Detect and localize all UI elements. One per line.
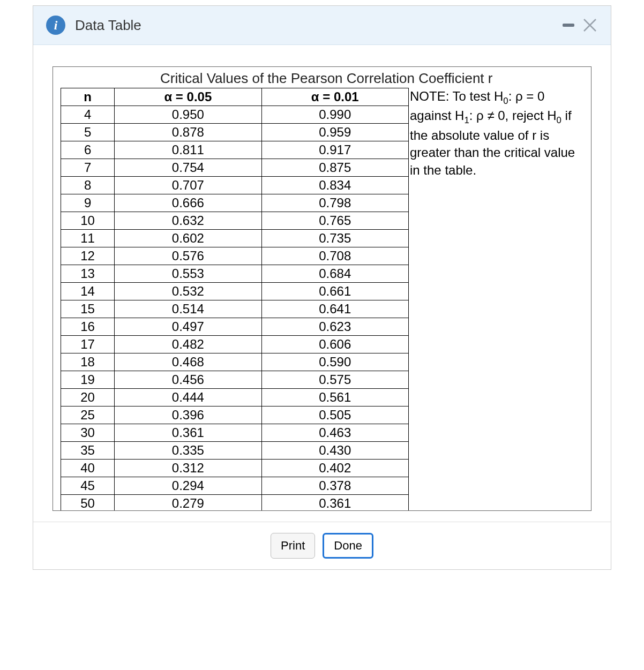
table-row: 110.6020.735 bbox=[61, 230, 409, 247]
table-cell: 5 bbox=[61, 124, 115, 141]
info-icon: i bbox=[46, 16, 65, 35]
table-cell: 0.735 bbox=[261, 230, 408, 247]
table-cell: 0.482 bbox=[115, 336, 261, 353]
table-row: 80.7070.834 bbox=[61, 177, 409, 194]
table-title: Critical Values of the Pearson Correlati… bbox=[53, 67, 591, 88]
table-cell: 0.834 bbox=[261, 177, 408, 194]
table-cell: 0.444 bbox=[115, 389, 261, 406]
table-cell: 0.361 bbox=[115, 424, 261, 442]
table-cell: 0.378 bbox=[261, 477, 408, 495]
table-cell: 0.532 bbox=[115, 283, 261, 300]
table-cell: 0.875 bbox=[261, 159, 408, 177]
close-icon[interactable] bbox=[582, 17, 598, 33]
dialog-title: Data Table bbox=[75, 17, 553, 34]
table-cell: 0.602 bbox=[115, 230, 261, 247]
table-cell: 0.279 bbox=[115, 495, 261, 511]
table-cell: 35 bbox=[61, 442, 115, 460]
table-row: 500.2790.361 bbox=[61, 495, 409, 511]
table-cell: 0.335 bbox=[115, 442, 261, 460]
table-cell: 6 bbox=[61, 141, 115, 159]
table-cell: 0.361 bbox=[261, 495, 408, 511]
table-cell: 0.623 bbox=[261, 318, 408, 336]
table-cell: 0.294 bbox=[115, 477, 261, 495]
data-table-dialog: i Data Table Critical Values of the Pear… bbox=[33, 5, 611, 570]
table-row: 190.4560.575 bbox=[61, 371, 409, 389]
table-cell: 0.561 bbox=[261, 389, 408, 406]
table-row: 400.3120.402 bbox=[61, 460, 409, 477]
table-cell: 12 bbox=[61, 247, 115, 265]
table-cell: 40 bbox=[61, 460, 115, 477]
table-cell: 13 bbox=[61, 265, 115, 283]
table-cell: 18 bbox=[61, 353, 115, 371]
table-cell: 0.641 bbox=[261, 300, 408, 318]
table-row: 180.4680.590 bbox=[61, 353, 409, 371]
table-row: 40.9500.990 bbox=[61, 106, 409, 124]
table-cell: 25 bbox=[61, 406, 115, 424]
table-row: 300.3610.463 bbox=[61, 424, 409, 442]
table-viewport: Critical Values of the Pearson Correlati… bbox=[53, 66, 591, 511]
table-cell: 0.707 bbox=[115, 177, 261, 194]
table-row: 50.8780.959 bbox=[61, 124, 409, 141]
table-cell: 0.708 bbox=[261, 247, 408, 265]
table-row: 90.6660.798 bbox=[61, 194, 409, 212]
table-cell: 0.590 bbox=[261, 353, 408, 371]
table-header-row: n α = 0.05 α = 0.01 bbox=[61, 88, 409, 106]
table-cell: 7 bbox=[61, 159, 115, 177]
table-cell: 0.505 bbox=[261, 406, 408, 424]
table-cell: 0.514 bbox=[115, 300, 261, 318]
print-button[interactable]: Print bbox=[271, 533, 315, 559]
col-header-n: n bbox=[61, 88, 115, 106]
table-cell: 19 bbox=[61, 371, 115, 389]
minimize-icon[interactable] bbox=[563, 24, 574, 27]
window-controls bbox=[563, 17, 598, 33]
table-cell: 0.430 bbox=[261, 442, 408, 460]
table-cell: 0.661 bbox=[261, 283, 408, 300]
table-cell: 0.811 bbox=[115, 141, 261, 159]
col-header-alpha01: α = 0.01 bbox=[261, 88, 408, 106]
table-cell: 0.878 bbox=[115, 124, 261, 141]
table-cell: 0.990 bbox=[261, 106, 408, 124]
done-button[interactable]: Done bbox=[323, 533, 373, 559]
table-cell: 8 bbox=[61, 177, 115, 194]
critical-values-table: n α = 0.05 α = 0.01 40.9500.99050.8780.9… bbox=[61, 88, 409, 511]
table-cell: 0.497 bbox=[115, 318, 261, 336]
table-cell: 14 bbox=[61, 283, 115, 300]
table-row: 150.5140.641 bbox=[61, 300, 409, 318]
table-cell: 0.575 bbox=[261, 371, 408, 389]
table-cell: 0.754 bbox=[115, 159, 261, 177]
table-row: 350.3350.430 bbox=[61, 442, 409, 460]
table-cell: 17 bbox=[61, 336, 115, 353]
table-row: 140.5320.661 bbox=[61, 283, 409, 300]
table-cell: 16 bbox=[61, 318, 115, 336]
table-cell: 0.396 bbox=[115, 406, 261, 424]
table-cell: 0.917 bbox=[261, 141, 408, 159]
table-cell: 11 bbox=[61, 230, 115, 247]
table-row: 120.5760.708 bbox=[61, 247, 409, 265]
table-cell: 0.576 bbox=[115, 247, 261, 265]
table-cell: 4 bbox=[61, 106, 115, 124]
col-header-alpha05: α = 0.05 bbox=[115, 88, 261, 106]
table-cell: 9 bbox=[61, 194, 115, 212]
table-row: 450.2940.378 bbox=[61, 477, 409, 495]
table-cell: 0.312 bbox=[115, 460, 261, 477]
table-row: 170.4820.606 bbox=[61, 336, 409, 353]
titlebar: i Data Table bbox=[33, 6, 611, 45]
table-row: 60.8110.917 bbox=[61, 141, 409, 159]
table-cell: 20 bbox=[61, 389, 115, 406]
table-cell: 10 bbox=[61, 212, 115, 230]
table-row: 250.3960.505 bbox=[61, 406, 409, 424]
table-cell: 45 bbox=[61, 477, 115, 495]
table-cell: 0.666 bbox=[115, 194, 261, 212]
table-cell: 0.456 bbox=[115, 371, 261, 389]
table-row: 200.4440.561 bbox=[61, 389, 409, 406]
button-row: Print Done bbox=[33, 522, 611, 569]
table-row: 160.4970.623 bbox=[61, 318, 409, 336]
table-row: 130.5530.684 bbox=[61, 265, 409, 283]
table-cell: 50 bbox=[61, 495, 115, 511]
table-row: 100.6320.765 bbox=[61, 212, 409, 230]
table-cell: 15 bbox=[61, 300, 115, 318]
table-cell: 0.606 bbox=[261, 336, 408, 353]
content-area: Critical Values of the Pearson Correlati… bbox=[33, 45, 611, 522]
table-cell: 0.798 bbox=[261, 194, 408, 212]
table-cell: 0.553 bbox=[115, 265, 261, 283]
